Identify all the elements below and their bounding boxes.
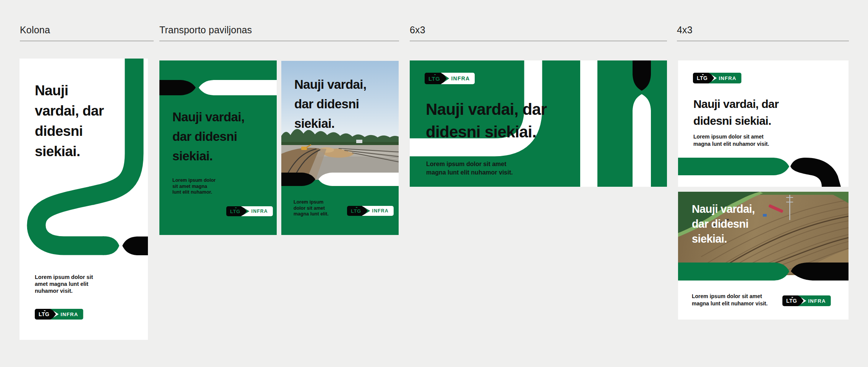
headline-line: dar didesni xyxy=(692,217,755,232)
black-curve-segment xyxy=(790,158,841,187)
body-line: magna lunt elit nuhamor visit. xyxy=(693,140,769,148)
section-label-6x3: 6x3 xyxy=(410,24,667,41)
ltg-t-mark xyxy=(434,74,436,75)
body-line: Lorem ipsum dolor xyxy=(172,178,216,184)
ltg-t-mark xyxy=(235,207,237,208)
billboard-4x3-top-card: LTG INFRA Nauji vardai, dar didesni siek… xyxy=(678,60,849,187)
headline-line: siekiai. xyxy=(692,232,755,246)
white-stripe-notch xyxy=(633,94,651,187)
green-band-arrow xyxy=(678,263,789,281)
body-line: magna lunt elit nuhamor visit. xyxy=(692,300,767,307)
body-line: Lorem ipsum dolor sit amet xyxy=(693,133,769,140)
black-band-arrow xyxy=(281,173,315,186)
billboard-headline: Nauji vardai, dar didesni siekiai. xyxy=(426,98,547,143)
ltg-infra-logo: LTG INFRA xyxy=(347,206,394,216)
infra-wordmark: INFRA xyxy=(251,209,268,214)
body-line: Lorem ipsum xyxy=(294,199,329,206)
green-band-arrow xyxy=(678,158,789,175)
body-line: Lorem ipsum dolor sit amet xyxy=(692,293,767,300)
poster-kolona-card: Nauji vardai, dar didesni siekiai. Lorem… xyxy=(19,59,148,340)
black-stripe-arrow xyxy=(633,60,651,91)
headline-line: Nauji vardai, xyxy=(172,107,244,127)
infra-wordmark: INFRA xyxy=(451,75,470,82)
poster-headline: Nauji vardai, dar didesni siekiai. xyxy=(294,75,366,133)
section-label-kolona: Kolona xyxy=(20,24,154,41)
ltg-infra-logo: LTG INFRA xyxy=(226,206,273,216)
headline-line: siekiai. xyxy=(35,141,104,161)
ltg-infra-logo: LTG INFRA xyxy=(425,73,475,84)
body-line: dolor sit amet xyxy=(294,206,329,212)
white-vertical-stripe xyxy=(580,60,597,187)
billboard-body-text: Lorem ipsum dolor sit amet magna lunt el… xyxy=(426,160,513,177)
ltg-wordmark: LTG xyxy=(786,298,797,304)
ltg-t-mark xyxy=(792,297,793,298)
ltg-infra-logo: LTG INFRA xyxy=(35,309,83,320)
brand-mockup-sheet: Kolona Transporto paviljonas 6x3 4x3 Nau… xyxy=(0,0,868,367)
ltg-wordmark: LTG xyxy=(351,208,361,214)
white-band-notch xyxy=(199,80,277,95)
poster-body-text: Lorem ipsum dolor sit amet magna lunt el… xyxy=(294,199,329,217)
headline-line: didesni xyxy=(35,121,104,141)
ltg-badge: LTG xyxy=(425,73,446,84)
headline-line: siekiai. xyxy=(172,146,244,166)
ltg-wordmark: LTG xyxy=(39,311,49,317)
billboard-6x3-card: LTG INFRA Nauji vardai, dar didesni siek… xyxy=(410,60,667,187)
billboard-body-text: Lorem ipsum dolor sit amet magna lunt el… xyxy=(693,133,769,148)
headline-line: dar didesni xyxy=(172,127,244,146)
body-line: magna lunt elit. xyxy=(294,211,329,217)
headline-line: Nauji vardai, xyxy=(692,202,755,217)
poster-headline: Nauji vardai, dar didesni siekiai. xyxy=(172,107,244,166)
section-label-transporto: Transporto paviljonas xyxy=(159,24,399,41)
headline-line: Nauji xyxy=(35,80,104,101)
ltg-wordmark: LTG xyxy=(230,209,240,214)
infra-wordmark: INFRA xyxy=(60,312,78,317)
black-road-segment xyxy=(122,237,148,255)
section-label-4x3: 4x3 xyxy=(677,24,849,41)
headline-line: Nauji vardai, dar xyxy=(693,96,779,113)
infra-wordmark: INFRA xyxy=(808,298,826,304)
body-line: sit amet magna xyxy=(172,184,216,190)
headline-line: didesni siekiai. xyxy=(426,121,547,143)
body-line: Lorem ipsum dolor sit amet xyxy=(426,160,513,168)
headline-line: dar didesni xyxy=(294,94,366,114)
body-line: amet magna lunt elit xyxy=(35,281,93,287)
ltg-wordmark: LTG xyxy=(428,75,440,82)
poster-body-text: Lorem ipsum dolor sit amet magna lunt el… xyxy=(35,274,93,294)
headline-line: vardai, dar xyxy=(35,101,104,121)
poster-body-text: Lorem ipsum dolor sit amet magna lunt el… xyxy=(172,178,216,196)
black-band-notch xyxy=(791,263,849,281)
poster-paviljonas-green-card: Nauji vardai, dar didesni siekiai. Lorem… xyxy=(159,60,277,235)
body-line: Lorem ipsum dolor sit xyxy=(35,274,93,281)
body-line: lunt elit nuhamor. xyxy=(172,189,216,196)
billboard-body-text: Lorem ipsum dolor sit amet magna lunt el… xyxy=(692,293,767,307)
ltg-t-mark xyxy=(702,74,704,75)
headline-line: siekiai. xyxy=(294,114,366,133)
infra-wordmark: INFRA xyxy=(719,75,736,81)
body-line: magna lunt elit nuhamor visit. xyxy=(426,168,513,177)
headline-line: Nauji vardai, xyxy=(294,75,366,94)
ltg-infra-logo: LTG INFRA xyxy=(693,73,741,83)
green-road-arrow-tip xyxy=(103,237,119,255)
poster-paviljonas-photo-card: Nauji vardai, dar didesni siekiai. Lorem… xyxy=(281,61,399,235)
infra-wordmark: INFRA xyxy=(372,208,389,214)
poster-headline: Nauji vardai, dar didesni siekiai. xyxy=(35,80,104,161)
ltg-t-mark xyxy=(44,310,45,311)
ltg-wordmark: LTG xyxy=(697,75,707,81)
body-line: nuhamor visit. xyxy=(35,287,93,294)
headline-line: Nauji vardai, dar xyxy=(426,98,547,121)
billboard-headline: Nauji vardai, dar didesni siekiai. xyxy=(692,202,755,246)
billboard-4x3-bottom-card: Nauji vardai, dar didesni siekiai. Lorem… xyxy=(678,192,849,320)
ltg-infra-logo: LTG INFRA xyxy=(782,295,831,306)
billboard-headline: Nauji vardai, dar didesni siekiai. xyxy=(693,96,779,129)
ltg-t-mark xyxy=(356,207,357,208)
black-band-arrow xyxy=(159,80,196,95)
headline-line: didesni siekiai. xyxy=(693,113,779,129)
white-band-notch xyxy=(318,173,399,186)
